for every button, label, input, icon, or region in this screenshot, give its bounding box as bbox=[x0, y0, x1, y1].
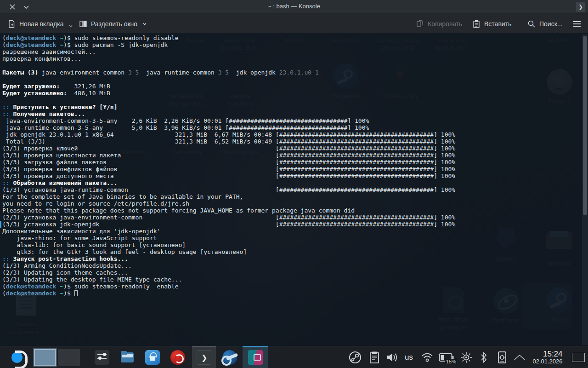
search-icon bbox=[527, 20, 536, 28]
task-discover[interactable] bbox=[142, 346, 163, 368]
digital-clock[interactable]: 15:24 02.01.2026 bbox=[527, 346, 568, 368]
terminal-line: (2/3) установка java-environment-common … bbox=[2, 214, 455, 221]
screen: KeeperDeep RockGalactic: Sur...BrotatoLo… bbox=[0, 0, 588, 368]
clock-time: 15:24 bbox=[532, 350, 562, 359]
keyboard-layout-label: us bbox=[405, 353, 413, 362]
terminal-line: (2/3) Updating icon theme caches... bbox=[2, 269, 455, 276]
tray-brightness[interactable] bbox=[457, 346, 475, 368]
terminal-line: java-runtime-common-3-5-any 5,0 KiB 3,96… bbox=[2, 124, 455, 131]
scrollbar-thumb[interactable] bbox=[583, 36, 587, 215]
terminal-line: :: Обработка изменений пакета... bbox=[2, 179, 455, 186]
search-label: Поиск... bbox=[539, 20, 562, 28]
terminal-line: (3/3) проверка доступного места [#######… bbox=[2, 172, 455, 179]
virtual-desktop-inactive bbox=[58, 349, 80, 366]
copy-icon bbox=[416, 20, 424, 28]
terminal-line: jdk-openjdk-23.0.1.u0-1-x86_64 321,3 MiB… bbox=[2, 131, 455, 138]
red-browser-icon bbox=[170, 350, 185, 365]
brightness-sun-icon bbox=[460, 351, 473, 364]
paste-icon bbox=[472, 20, 481, 28]
terminal-line: (3/3) проверка целостности пакета [#####… bbox=[2, 152, 455, 159]
spectacle-icon bbox=[248, 350, 263, 365]
task-file-manager[interactable] bbox=[117, 346, 137, 368]
terminal-viewport[interactable]: (deck@steamdeck ~)$ sudo steamos-readonl… bbox=[0, 33, 588, 346]
tray-expand-arrow[interactable] bbox=[511, 346, 528, 368]
tray-battery[interactable]: 15% bbox=[436, 346, 457, 368]
show-desktop-button[interactable] bbox=[570, 346, 587, 368]
terminal-line: Please note that this package does not s… bbox=[2, 207, 455, 214]
clipboard-icon bbox=[369, 351, 380, 364]
paste-button[interactable]: Вставить bbox=[472, 14, 511, 33]
terminal-line: (deck@steamdeck ~)$ sudo pacman -S jdk-o… bbox=[2, 41, 455, 48]
terminal-line: (1/3) Arming ConditionNeedsUpdate... bbox=[2, 262, 455, 269]
split-view-button[interactable]: Разделить окно bbox=[79, 14, 147, 33]
chevron-up-icon bbox=[513, 354, 526, 361]
task-steam[interactable] bbox=[220, 346, 240, 368]
window-title: ~ : bash — Konsole bbox=[0, 3, 588, 10]
app-launcher-button[interactable] bbox=[8, 346, 28, 368]
terminal-line: gtk3: for the Gtk+ 3 look and feel - des… bbox=[2, 248, 455, 255]
tray-keyboard-layout[interactable]: us bbox=[401, 346, 417, 368]
tray-network[interactable] bbox=[418, 346, 436, 368]
tray-steam[interactable] bbox=[346, 346, 364, 368]
tray-device-settings[interactable] bbox=[493, 346, 511, 368]
hamburger-icon bbox=[572, 20, 582, 28]
wifi-icon bbox=[420, 351, 434, 363]
clock-date: 02.01.2026 bbox=[532, 358, 562, 365]
terminal-line: (3/3) загрузка файлов пакетов [#########… bbox=[2, 159, 455, 166]
terminal-line: (deck@steamdeck ~)$ bbox=[2, 290, 455, 297]
toolbar: Новая вкладка Разделить окно bbox=[0, 14, 588, 33]
terminal-line: :: Приступить к установке? [Y/n] bbox=[2, 104, 455, 110]
steam-icon bbox=[222, 350, 237, 365]
terminal-line: Будет загружено: 321,26 MiB bbox=[2, 83, 455, 90]
split-view-label: Разделить окно bbox=[91, 20, 137, 28]
pager-desktop-1[interactable] bbox=[33, 346, 57, 368]
terminal-line: :: Запуск post-transaction hooks... bbox=[2, 255, 455, 262]
tray-clipboard[interactable] bbox=[367, 346, 382, 368]
split-view-icon bbox=[79, 20, 87, 28]
task-konsole[interactable] bbox=[192, 346, 216, 368]
terminal-line: Пакеты (3) java-environment-common-3-5 j… bbox=[2, 69, 455, 76]
search-button[interactable]: Поиск... bbox=[527, 14, 562, 33]
new-tab-button[interactable]: Новая вкладка bbox=[7, 14, 73, 33]
terminal-line bbox=[2, 76, 455, 83]
terminal-line: (3/3) Updating the desktop file MIME typ… bbox=[2, 276, 455, 283]
terminal-line: (deck@steamdeck ~)$ sudo steamos-readonl… bbox=[2, 34, 455, 41]
konsole-window: ~ : bash — Konsole ❯ Новая вкладка Ра bbox=[0, 0, 588, 346]
discover-icon bbox=[145, 350, 160, 365]
tray-volume[interactable] bbox=[384, 346, 401, 368]
system-settings-icon bbox=[95, 350, 109, 365]
hamburger-menu-button[interactable] bbox=[572, 14, 582, 33]
taskbar: us 15% bbox=[0, 346, 588, 368]
task-spectacle[interactable] bbox=[243, 346, 268, 368]
bluetooth-icon bbox=[479, 351, 488, 364]
terminal-line: For the complete set of Java binaries to… bbox=[2, 193, 455, 200]
chevron-down-icon bbox=[68, 24, 73, 29]
copy-button[interactable]: Копировать bbox=[416, 14, 462, 33]
terminal-output: (deck@steamdeck ~)$ sudo steamos-readonl… bbox=[2, 34, 455, 297]
dolphin-folder-icon bbox=[120, 350, 135, 365]
paste-label: Вставить bbox=[484, 20, 511, 28]
terminal-line bbox=[2, 62, 455, 69]
terminal-line: проверка конфликтов... bbox=[2, 55, 455, 62]
terminal-line: alsa-lib: for basic sound support [устан… bbox=[2, 242, 455, 248]
steamdeck-launcher-icon bbox=[11, 351, 25, 364]
virtual-desktop-active bbox=[34, 349, 56, 366]
terminal-line: (3/3) установка jdk-openjdk [###########… bbox=[2, 221, 455, 228]
task-browser[interactable] bbox=[168, 346, 188, 368]
volume-icon bbox=[386, 351, 399, 363]
terminal-line: (3/3) проверка ключей [#################… bbox=[2, 145, 455, 152]
task-system-settings[interactable] bbox=[92, 346, 112, 368]
terminal-line: разрешение зависимостей... bbox=[2, 48, 455, 55]
terminal-line: (deck@steamdeck ~)$ sudo steamos-readonl… bbox=[2, 283, 455, 290]
terminal-line: Дополнительные зависимости для 'jdk-open… bbox=[2, 228, 455, 235]
expand-corner-button[interactable]: ❯ bbox=[576, 2, 585, 12]
new-tab-icon bbox=[7, 20, 16, 28]
konsole-icon bbox=[197, 350, 211, 365]
new-tab-label: Новая вкладка bbox=[19, 20, 64, 28]
pager-desktop-2[interactable] bbox=[57, 346, 81, 368]
terminal-line: :: Получение пакетов... bbox=[2, 110, 455, 117]
tray-bluetooth[interactable] bbox=[476, 346, 492, 368]
terminal-line: java-environment-common-3-5-any 2,6 KiB … bbox=[2, 117, 455, 124]
terminal-scrollbar[interactable] bbox=[582, 34, 588, 345]
terminal-line: (1/3) установка java-runtime-common [###… bbox=[2, 186, 455, 193]
